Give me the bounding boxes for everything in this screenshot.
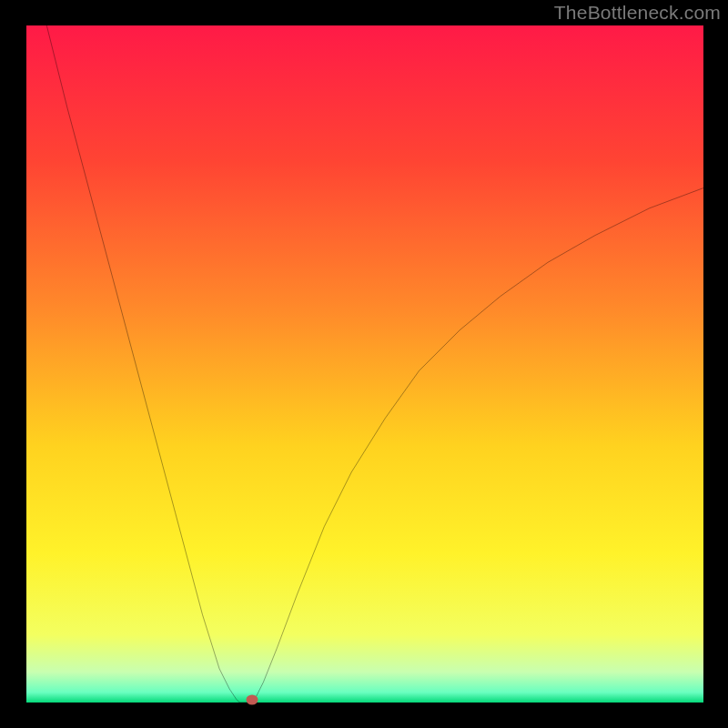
watermark-text: TheBottleneck.com xyxy=(554,2,721,24)
plot-area xyxy=(26,25,703,703)
minimum-marker xyxy=(247,695,258,705)
curve-svg xyxy=(26,25,703,703)
bottleneck-curve xyxy=(46,25,703,703)
chart-container: TheBottleneck.com xyxy=(0,0,728,728)
